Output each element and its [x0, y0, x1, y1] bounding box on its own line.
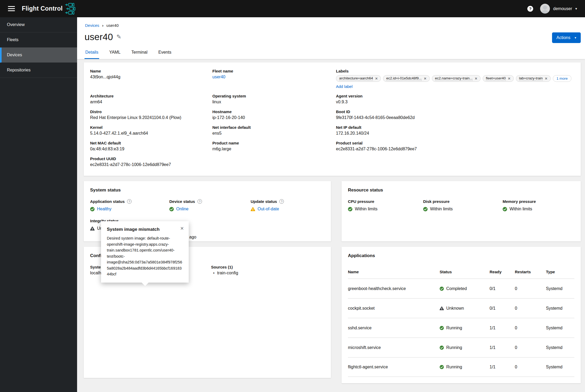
- warning-triangle-icon: [251, 207, 255, 211]
- label-chips: architecture=aarch64 ✕ ec2.id=i-01e5dc48…: [336, 75, 574, 82]
- check-circle-icon: [169, 207, 174, 211]
- unknown-triangle-icon: [90, 226, 95, 231]
- tab-terminal[interactable]: Terminal: [131, 48, 148, 59]
- close-icon[interactable]: ✕: [508, 77, 511, 80]
- field-value: 43t9on...qjol44g: [90, 75, 212, 79]
- brand: Flight Control: [22, 3, 78, 15]
- column-header: Restarts: [515, 270, 546, 274]
- sources-list: • train-config: [211, 271, 325, 275]
- label-chip[interactable]: ec2.name=crazy-train... ✕: [432, 75, 481, 82]
- field-product-name: Product name m6g.large: [212, 141, 336, 151]
- field-distro: Distro Red Hat Enterprise Linux 9.202411…: [90, 109, 212, 120]
- caret-down-icon: ▾: [575, 7, 577, 11]
- check-circle-icon: [440, 287, 444, 291]
- field-label: Product name: [212, 141, 336, 145]
- breadcrumb-separator-icon: ›: [102, 23, 103, 28]
- sidebar: Overview Fleets Devices Repositories: [0, 17, 77, 392]
- update-status-value[interactable]: Out-of-date: [258, 207, 279, 211]
- applications-card: Applications Name Status Ready Restarts …: [342, 247, 581, 383]
- table-row: microshift.service Running 1/1 0 Systemd: [348, 338, 574, 357]
- close-icon[interactable]: ✕: [545, 77, 548, 80]
- field-value: arm64: [90, 100, 212, 104]
- main: Devices › user40 user40 ✎ Actions ▾ Deta…: [77, 17, 585, 392]
- label-chip[interactable]: fleet=user40 ✕: [483, 75, 514, 82]
- system-status-row: Application status ? Healthy: [90, 199, 325, 211]
- breadcrumb: Devices › user40: [85, 23, 581, 28]
- label-chip-text: fleet=user40: [486, 76, 506, 81]
- add-label-link[interactable]: Add label: [336, 84, 353, 89]
- popover-system-image-mismatch: ✕ System image mismatch Desired system i…: [101, 221, 189, 283]
- username: demouser: [553, 6, 572, 11]
- field-boot-id: Boot ID 9fe3170f-1443-4c54-8165-0eeaa80d…: [336, 109, 574, 120]
- popover-title: System image mismatch: [107, 227, 183, 232]
- applications-table: Name Status Ready Restarts Type greenboo…: [348, 265, 574, 377]
- table-header-row: Name Status Ready Restarts Type: [348, 265, 574, 279]
- check-circle-icon: [348, 207, 352, 211]
- disk-pressure: Disk pressure Within limits: [423, 199, 503, 211]
- column-header: Ready: [490, 270, 515, 274]
- tab-details[interactable]: Details: [85, 48, 99, 59]
- status-label: Update status: [251, 199, 277, 204]
- details-column-2: Fleet name user40 Operating system linux…: [212, 69, 336, 172]
- table-row: flightctl-agent.service Running 1/1 0 Sy…: [348, 357, 574, 377]
- app-ready: 1/1: [490, 365, 515, 369]
- edit-icon[interactable]: ✎: [116, 33, 121, 40]
- field-value: ec2e8331-a2d7-278c-1006-12e6dd879ee7: [90, 162, 212, 167]
- sidebar-item-overview[interactable]: Overview: [0, 17, 77, 32]
- actions-button[interactable]: Actions ▾: [552, 32, 581, 43]
- device-status-value[interactable]: Online: [176, 207, 188, 211]
- app-name: flightctl-agent.service: [348, 365, 440, 369]
- sidebar-item-devices[interactable]: Devices: [0, 48, 77, 63]
- help-icon[interactable]: ?: [197, 199, 202, 204]
- field-architecture: Architecture arm64: [90, 94, 212, 104]
- label-overflow-chip[interactable]: 1 more: [553, 75, 571, 82]
- table-row: greenboot-healthcheck.service Completed …: [348, 279, 574, 298]
- column-header: Name: [348, 270, 440, 274]
- field-hostname: Hostname ip-172-16-20-140: [212, 109, 336, 120]
- label-chip-text: ec2.name=crazy-train...: [435, 76, 473, 81]
- app-type: Systemd: [546, 286, 574, 291]
- application-status-value[interactable]: Healthy: [97, 207, 111, 211]
- details-column-1: Name 43t9on...qjol44g Architecture arm64…: [90, 69, 212, 172]
- card-title: Resource status: [348, 188, 574, 193]
- field-value: m6g.large: [212, 147, 336, 151]
- close-icon[interactable]: ✕: [375, 77, 378, 80]
- label-chip[interactable]: ec2.id=i-01e5dc48f9... ✕: [383, 75, 430, 82]
- masthead-right: ? demouser ▾: [527, 4, 577, 14]
- avatar: [540, 4, 550, 14]
- sidebar-item-repositories[interactable]: Repositories: [0, 63, 77, 78]
- field-value: 0a:48:4d:83:e3:19: [90, 147, 212, 151]
- tab-events[interactable]: Events: [158, 48, 172, 59]
- breadcrumb-devices-link[interactable]: Devices: [85, 23, 99, 28]
- fleet-name-link[interactable]: user40: [212, 75, 225, 79]
- field-label: Net IP default: [336, 125, 574, 130]
- field-value: ens5: [212, 131, 336, 136]
- column-header: Status: [440, 270, 490, 274]
- label-chip[interactable]: architecture=aarch64 ✕: [336, 75, 381, 82]
- close-icon[interactable]: ✕: [424, 77, 427, 80]
- help-icon[interactable]: ?: [127, 199, 132, 204]
- app-name: sshd.service: [348, 326, 440, 330]
- caret-down-icon: ▾: [575, 36, 576, 40]
- close-icon[interactable]: ✕: [475, 77, 477, 80]
- app-status: Running: [446, 326, 462, 330]
- cpu-pressure-value: Within limits: [355, 207, 377, 211]
- app-restarts: 0: [515, 365, 546, 369]
- help-icon[interactable]: ?: [527, 6, 533, 12]
- user-menu-button[interactable]: demouser ▾: [540, 4, 577, 14]
- field-product-serial: Product serial ec2e8331-a2d7-278c-1006-1…: [336, 141, 574, 151]
- help-icon[interactable]: ?: [279, 199, 284, 204]
- tab-yaml[interactable]: YAML: [108, 48, 121, 59]
- unknown-triangle-icon: [440, 306, 444, 310]
- field-value: ec2e8331-a2d7-278c-1006-12e6dd879ee7: [336, 147, 574, 151]
- close-icon[interactable]: ✕: [180, 226, 184, 231]
- nav-toggle-button[interactable]: [8, 6, 15, 11]
- check-circle-icon: [440, 346, 444, 350]
- sidebar-item-fleets[interactable]: Fleets: [0, 32, 77, 48]
- column-header: Type: [546, 270, 574, 274]
- resource-status-card: Resource status CPU pressure Within limi…: [342, 181, 581, 241]
- field-net-ip-default: Net IP default 172.16.20.140/24: [336, 125, 574, 136]
- field-label: Sources (1): [211, 265, 325, 269]
- label-chip[interactable]: lab=crazy-train ✕: [516, 75, 551, 82]
- source-name: train-config: [217, 271, 238, 275]
